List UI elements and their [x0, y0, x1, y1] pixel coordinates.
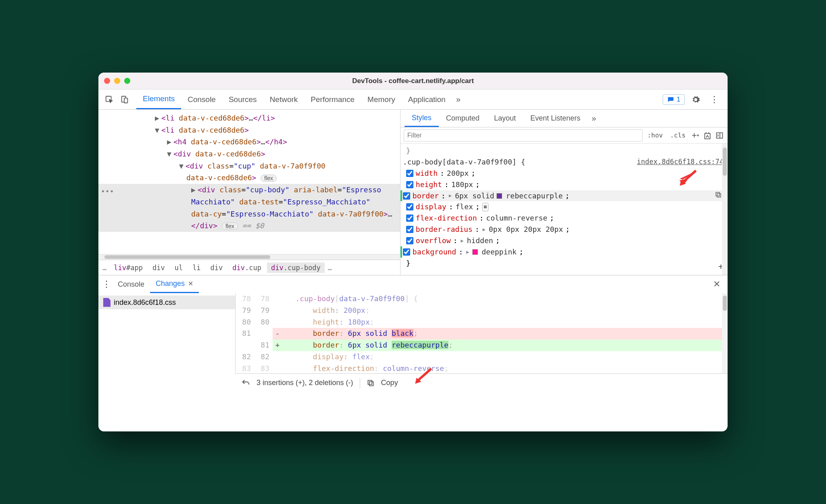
- flex-badge[interactable]: flex: [222, 223, 238, 230]
- message-icon: [667, 96, 674, 103]
- rule-selector[interactable]: .cup-body[data-v-7a0f9f00] {: [403, 156, 525, 168]
- prop-toggle[interactable]: [406, 226, 413, 233]
- prop-toggle[interactable]: [403, 248, 410, 256]
- dtab-changes[interactable]: Changes ✕: [150, 275, 199, 293]
- changes-summary: 3 insertions (+), 2 deletions (-): [257, 379, 353, 387]
- devtools-window: DevTools - coffee-cart.netlify.app/cart …: [98, 73, 728, 431]
- tab-sources[interactable]: Sources: [222, 90, 263, 109]
- stab-styles[interactable]: Styles: [405, 110, 439, 127]
- prop-toggle[interactable]: [406, 170, 413, 177]
- more-styles-tabs-icon[interactable]: »: [588, 114, 600, 123]
- elements-panel: ▶<li data-v-ced68de6>…</li> ▼<li data-v-…: [98, 110, 400, 275]
- panel-tabs: Elements Console Sources Network Perform…: [136, 90, 663, 109]
- selected-dom-node[interactable]: ••• ▶<div class="cup-body" aria-label="E…: [98, 184, 400, 232]
- styles-filter-input[interactable]: [404, 129, 642, 142]
- annotation-arrow-icon: [413, 365, 435, 385]
- svg-rect-7: [369, 381, 373, 385]
- more-tabs-icon[interactable]: »: [452, 95, 465, 104]
- rule-source-link[interactable]: index.8d6c6f18.css:74: [637, 156, 724, 168]
- breadcrumb-overflow-right[interactable]: …: [326, 264, 334, 272]
- tab-application[interactable]: Application: [402, 90, 452, 109]
- copy-declaration-icon[interactable]: [715, 190, 722, 202]
- crumb-div[interactable]: div: [148, 262, 169, 273]
- color-swatch-icon[interactable]: [472, 249, 478, 255]
- crumb-ul[interactable]: ul: [171, 262, 187, 273]
- prop-toggle[interactable]: [406, 181, 413, 188]
- styles-tabs: Styles Computed Layout Event Listeners »: [400, 110, 728, 127]
- tab-elements[interactable]: Elements: [136, 90, 181, 109]
- breadcrumbs: … liv#app div ul li div div.cup div.cup-…: [98, 260, 400, 275]
- drag-handle-icon[interactable]: •••: [101, 185, 109, 198]
- annotation-arrow-icon: [678, 167, 699, 187]
- cls-toggle[interactable]: .cls: [667, 131, 688, 140]
- issues-badge[interactable]: 1: [663, 94, 685, 105]
- changes-file-item[interactable]: index.8d6c6f18.css: [98, 296, 235, 309]
- copy-button[interactable]: Copy: [381, 379, 398, 387]
- titlebar: DevTools - coffee-cart.netlify.app/cart: [98, 73, 728, 90]
- tab-memory[interactable]: Memory: [361, 90, 402, 109]
- tab-console[interactable]: Console: [181, 90, 222, 109]
- color-swatch-icon[interactable]: [496, 193, 502, 199]
- drawer-tabs: ⋮ Console Changes ✕ ✕: [98, 275, 728, 293]
- dtab-console[interactable]: Console: [112, 275, 150, 293]
- inspect-element-icon[interactable]: [102, 92, 117, 107]
- close-tab-icon[interactable]: ✕: [188, 280, 193, 287]
- styles-panel: Styles Computed Layout Event Listeners »…: [400, 110, 728, 275]
- svg-rect-5: [717, 194, 721, 197]
- revert-icon[interactable]: [241, 379, 250, 387]
- print-media-icon[interactable]: [703, 131, 712, 140]
- rule-close: }: [403, 258, 724, 269]
- drawer: ⋮ Console Changes ✕ ✕ index.8d6c6f18.css…: [98, 275, 728, 392]
- stab-layout[interactable]: Layout: [487, 110, 523, 127]
- crumb-div2[interactable]: div: [206, 262, 227, 273]
- main-toolbar: Elements Console Sources Network Perform…: [98, 90, 728, 110]
- prop-toggle[interactable]: [406, 237, 413, 244]
- device-toggle-icon[interactable]: [117, 92, 132, 107]
- dom-tree[interactable]: ▶<li data-v-ced68de6>…</li> ▼<li data-v-…: [98, 110, 400, 254]
- hov-toggle[interactable]: :hov: [645, 131, 665, 140]
- crumb-cup[interactable]: div.cup: [228, 262, 265, 273]
- issues-count: 1: [677, 96, 680, 104]
- prop-toggle[interactable]: [406, 203, 413, 210]
- tab-performance[interactable]: Performance: [304, 90, 361, 109]
- vertical-scrollbar[interactable]: [722, 293, 728, 373]
- changes-file-list: index.8d6c6f18.css: [98, 293, 236, 373]
- styles-rules[interactable]: } .cup-body[data-v-7a0f9f00] { index.8d6…: [400, 144, 728, 275]
- crumb-li[interactable]: li: [188, 262, 204, 273]
- crumb-app[interactable]: liv#app: [110, 262, 147, 273]
- svg-rect-6: [716, 192, 720, 196]
- flex-badge[interactable]: flex: [261, 175, 277, 182]
- flex-editor-icon[interactable]: ⊞: [482, 203, 488, 211]
- settings-gear-icon[interactable]: [688, 92, 703, 107]
- more-menu-icon[interactable]: ⋮: [707, 92, 722, 107]
- prop-toggle[interactable]: [406, 215, 413, 222]
- new-style-rule-icon[interactable]: +▾: [690, 131, 700, 140]
- tab-network[interactable]: Network: [263, 90, 305, 109]
- svg-rect-3: [705, 133, 710, 139]
- crumb-cup-body[interactable]: div.cup-body: [267, 262, 325, 273]
- svg-rect-2: [124, 98, 127, 103]
- window-title: DevTools - coffee-cart.netlify.app/cart: [98, 77, 728, 85]
- drawer-menu-icon[interactable]: ⋮: [101, 279, 112, 289]
- breadcrumb-overflow-left[interactable]: …: [101, 264, 108, 272]
- styles-filter-row: :hov .cls +▾: [400, 127, 728, 144]
- css-file-icon: [103, 298, 111, 307]
- dtab-changes-label: Changes: [156, 279, 185, 288]
- copy-icon[interactable]: [367, 379, 375, 387]
- stab-computed[interactable]: Computed: [439, 110, 487, 127]
- horizontal-scrollbar[interactable]: [98, 254, 400, 260]
- stab-event-listeners[interactable]: Event Listeners: [523, 110, 588, 127]
- svg-rect-8: [368, 380, 372, 384]
- prop-toggle[interactable]: [403, 192, 410, 200]
- diff-view[interactable]: 7878 .cup-body[data-v-7a0f9f00] { 7979 w…: [236, 293, 728, 373]
- computed-side-icon[interactable]: [715, 131, 724, 140]
- drawer-close-icon[interactable]: ✕: [708, 279, 725, 289]
- changes-footer: 3 insertions (+), 2 deletions (-) Copy: [236, 373, 728, 392]
- vertical-scrollbar[interactable]: [722, 144, 728, 275]
- changes-file-name: index.8d6c6f18.css: [114, 298, 176, 307]
